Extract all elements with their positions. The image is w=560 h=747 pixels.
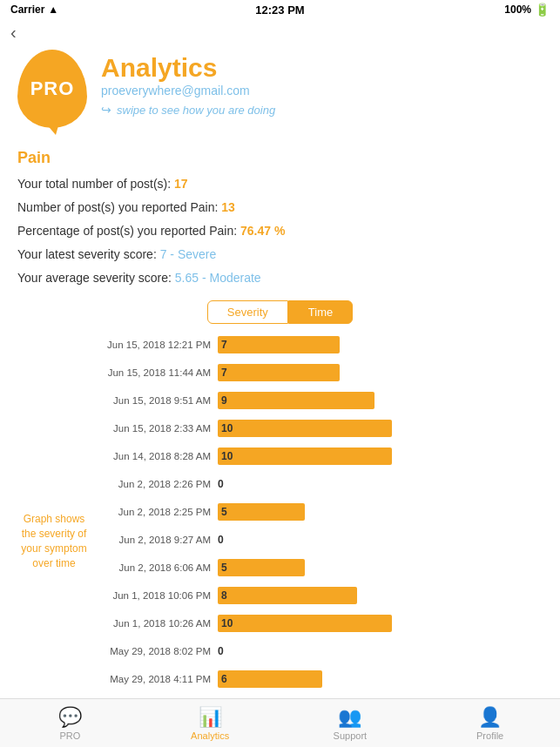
chart-bar-zero-value: 0: [218, 534, 224, 546]
status-bar: Carrier ▲ 12:23 PM 100% 🔋: [0, 0, 560, 19]
chart-row: Jun 15, 2018 12:21 PM7: [96, 333, 543, 357]
chart-bar: 5: [218, 503, 305, 521]
stat-label-4: Your average severity score:: [17, 271, 175, 285]
chart-row-date: May 29, 2018 8:02 PM: [96, 646, 218, 656]
stat-row-3: Your latest severity score: 7 - Severe: [17, 243, 543, 266]
chart-bar-container: 0: [218, 475, 543, 493]
stat-label-0: Your total number of post(s):: [17, 177, 174, 191]
chart-row: Jun 2, 2018 9:27 AM0: [96, 528, 543, 552]
chart-row-date: Jun 2, 2018 2:25 PM: [96, 507, 218, 517]
chart-row-date: Jun 15, 2018 9:51 AM: [96, 395, 218, 406]
stat-label-2: Percentage of post(s) you reported Pain:: [17, 224, 240, 238]
chart-bar-container: 10: [218, 448, 543, 465]
chart-bar-value: 10: [221, 617, 233, 629]
chart-bar: 8: [218, 587, 357, 604]
chart-row-date: Jun 15, 2018 11:44 AM: [96, 367, 218, 378]
tab-profile-label: Profile: [476, 730, 503, 741]
stat-value-1: 13: [221, 200, 235, 214]
chart-row: Jun 1, 2018 10:06 PM8: [96, 583, 543, 608]
chart-row: Jun 15, 2018 11:44 AM7: [96, 360, 543, 385]
stat-value-2: 76.47 %: [240, 224, 285, 238]
tab-pro-label: PRO: [59, 730, 80, 741]
chart-bar: 9: [218, 392, 374, 409]
chart-bar-zero-value: 0: [218, 478, 224, 490]
chart-row: Jun 1, 2018 10:26 AM10: [96, 611, 543, 636]
chart-bar-value: 7: [221, 367, 227, 379]
tab-support-label: Support: [334, 730, 368, 741]
chart-bar-container: 0: [218, 643, 543, 660]
chart-bar-container: 5: [218, 559, 543, 576]
chart-bar-value: 5: [221, 562, 227, 574]
toggle-time-button[interactable]: Time: [288, 300, 353, 324]
chart-row-date: Jun 15, 2018 12:21 PM: [96, 340, 218, 350]
tab-support-icon: 👥: [338, 706, 361, 729]
chart-bar-value: 6: [221, 673, 227, 685]
chart-bar-container: 7: [218, 336, 543, 353]
tab-analytics[interactable]: 📊 Analytics: [140, 706, 280, 741]
tab-bar: 💬 PRO 📊 Analytics 👥 Support 👤 Profile: [0, 698, 560, 747]
chart-bar: 5: [218, 559, 305, 576]
nav-back: ‹: [0, 19, 560, 50]
chart-bar: 10: [218, 420, 392, 437]
chart-row-date: May 29, 2018 4:11 PM: [96, 674, 218, 684]
carrier-label: Carrier: [10, 3, 44, 16]
chart-bar-container: 0: [218, 531, 543, 548]
tab-profile-icon: 👤: [478, 706, 502, 729]
chart-row: May 29, 2018 4:11 PM6: [96, 667, 543, 691]
tab-pro[interactable]: 💬 PRO: [0, 706, 140, 741]
chart-bar-value: 10: [221, 422, 233, 434]
tab-profile[interactable]: 👤 Profile: [420, 706, 560, 741]
pro-badge: PRO: [17, 50, 87, 128]
header-section: PRO Analytics proeverywhere@gmail.com ↪ …: [0, 50, 560, 142]
back-button[interactable]: ‹: [10, 23, 17, 42]
battery-icon: 🔋: [535, 3, 550, 17]
chart-row-date: Jun 14, 2018 8:28 AM: [96, 451, 218, 461]
chart-toggle: Severity Time: [17, 300, 543, 324]
chart-bar-container: 7: [218, 364, 543, 381]
chart-row-date: Jun 2, 2018 9:27 AM: [96, 535, 218, 545]
chart-bar-container: 10: [218, 420, 543, 437]
main-content: Carrier ▲ 12:23 PM 100% 🔋 ‹ PRO Analytic…: [0, 0, 560, 747]
chart-row-date: Jun 1, 2018 10:26 AM: [96, 618, 218, 629]
chart-bar: 7: [218, 364, 340, 381]
chart-bar-zero-value: 0: [218, 645, 224, 657]
tab-analytics-icon: 📊: [199, 706, 222, 729]
chart-row: Jun 15, 2018 9:51 AM9: [96, 388, 543, 413]
chart-container: Graph shows the severity of your symptom…: [17, 333, 543, 747]
wifi-icon: ▲: [48, 3, 58, 16]
chart-bar-container: 5: [218, 503, 543, 521]
stat-value-0: 17: [174, 177, 188, 191]
stat-row-4: Your average severity score: 5.65 - Mode…: [17, 266, 543, 290]
section-pain-title: Pain: [0, 142, 560, 172]
chart-bar-value: 9: [221, 394, 227, 407]
header-swipe: ↪ swipe to see how you are doing: [101, 103, 275, 117]
chart-bar: 7: [218, 336, 340, 353]
toggle-severity-button[interactable]: Severity: [207, 300, 288, 324]
pro-badge-label: PRO: [30, 77, 75, 100]
chart-bar-value: 10: [221, 450, 233, 462]
chart-row-date: Jun 15, 2018 2:33 AM: [96, 423, 218, 434]
tab-support[interactable]: 👥 Support: [280, 706, 421, 741]
chart-row: May 29, 2018 8:02 PM0: [96, 639, 543, 663]
chart-row: Jun 2, 2018 2:26 PM0: [96, 472, 543, 496]
chart-bar: 10: [218, 615, 392, 632]
chart-bar: 6: [218, 670, 322, 688]
stat-label-1: Number of post(s) you reported Pain:: [17, 200, 221, 214]
stat-row-2: Percentage of post(s) you reported Pain:…: [17, 219, 543, 243]
battery-label: 100%: [504, 3, 531, 16]
header-info: Analytics proeverywhere@gmail.com ↪ swip…: [101, 50, 275, 117]
chart-bar-container: 9: [218, 392, 543, 409]
chart-bar-container: 10: [218, 615, 543, 632]
chart-row: Jun 2, 2018 6:06 AM5: [96, 555, 543, 580]
tab-analytics-label: Analytics: [191, 730, 229, 741]
chart-row-date: Jun 1, 2018 10:06 PM: [96, 590, 218, 601]
header-email: proeverywhere@gmail.com: [101, 84, 275, 98]
status-left: Carrier ▲: [10, 3, 58, 16]
chart-side-label: Graph shows the severity of your symptom…: [17, 333, 96, 747]
stats-section: Your total number of post(s): 17 Number …: [0, 172, 560, 290]
stat-value-4: 5.65 - Moderate: [175, 271, 261, 285]
chart-bar-container: 6: [218, 670, 543, 688]
chart-rows: Jun 15, 2018 12:21 PM7Jun 15, 2018 11:44…: [96, 333, 543, 747]
chart-row-date: Jun 2, 2018 6:06 AM: [96, 562, 218, 573]
chart-bar-value: 8: [221, 589, 227, 602]
